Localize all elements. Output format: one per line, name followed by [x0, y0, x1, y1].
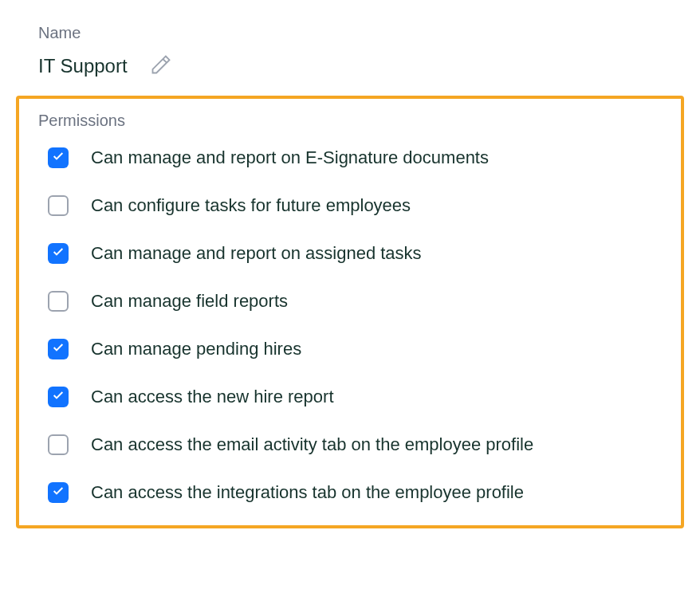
permissions-box: Permissions Can manage and report on E-S… — [16, 96, 684, 528]
permission-item: Can access the new hire report — [38, 387, 662, 407]
permission-checkbox[interactable] — [48, 387, 69, 407]
checkmark-icon — [52, 150, 65, 166]
checkmark-icon — [52, 341, 65, 357]
permissions-list: Can manage and report on E-Signature doc… — [38, 147, 662, 503]
permission-label[interactable]: Can manage pending hires — [91, 339, 301, 359]
permission-label[interactable]: Can manage field reports — [91, 291, 288, 312]
name-row: IT Support — [38, 50, 684, 81]
permission-label[interactable]: Can manage and report on assigned tasks — [91, 243, 422, 264]
permission-label[interactable]: Can manage and report on E-Signature doc… — [91, 147, 489, 168]
permission-checkbox[interactable] — [48, 147, 69, 168]
pencil-icon — [150, 53, 172, 78]
permission-checkbox[interactable] — [48, 195, 69, 216]
permission-checkbox[interactable] — [48, 291, 69, 312]
permission-item: Can manage pending hires — [38, 339, 662, 359]
permission-label[interactable]: Can access the new hire report — [91, 387, 334, 407]
permission-item: Can access the integrations tab on the e… — [38, 482, 662, 503]
name-value: IT Support — [38, 55, 128, 77]
edit-name-button[interactable] — [147, 50, 175, 81]
checkmark-icon — [52, 485, 65, 501]
permission-checkbox[interactable] — [48, 482, 69, 503]
name-label: Name — [38, 24, 684, 42]
permission-item: Can access the email activity tab on the… — [38, 434, 662, 455]
permission-label[interactable]: Can access the email activity tab on the… — [91, 434, 533, 455]
permission-item: Can manage and report on E-Signature doc… — [38, 147, 662, 168]
permission-checkbox[interactable] — [48, 434, 69, 455]
permission-item: Can manage field reports — [38, 291, 662, 312]
permission-checkbox[interactable] — [48, 243, 69, 264]
name-section: Name IT Support — [16, 24, 684, 81]
permission-item: Can manage and report on assigned tasks — [38, 243, 662, 264]
checkmark-icon — [52, 245, 65, 261]
permission-label[interactable]: Can configure tasks for future employees — [91, 195, 411, 216]
permissions-label: Permissions — [38, 112, 662, 130]
permission-item: Can configure tasks for future employees — [38, 195, 662, 216]
permission-checkbox[interactable] — [48, 339, 69, 359]
permission-label[interactable]: Can access the integrations tab on the e… — [91, 482, 524, 503]
checkmark-icon — [52, 389, 65, 405]
